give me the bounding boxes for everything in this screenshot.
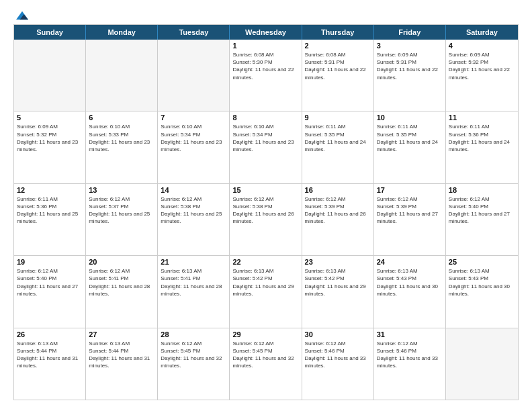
calendar-row: 26Sunrise: 6:13 AMSunset: 5:44 PMDayligh… — [14, 328, 518, 400]
day-number: 14 — [161, 186, 226, 194]
cell-info: Sunrise: 6:12 AMSunset: 5:40 PMDaylight:… — [449, 195, 515, 226]
day-number: 15 — [232, 186, 298, 194]
calendar-cell: 19Sunrise: 6:12 AMSunset: 5:40 PMDayligh… — [14, 256, 86, 327]
day-number: 1 — [232, 42, 298, 50]
calendar-cell: 14Sunrise: 6:12 AMSunset: 5:38 PMDayligh… — [158, 184, 230, 255]
calendar-cell: 26Sunrise: 6:13 AMSunset: 5:44 PMDayligh… — [14, 328, 86, 400]
cell-info: Sunrise: 6:12 AMSunset: 5:39 PMDaylight:… — [305, 195, 371, 226]
day-number: 20 — [89, 258, 154, 266]
cell-info: Sunrise: 6:13 AMSunset: 5:41 PMDaylight:… — [161, 267, 226, 298]
day-number: 27 — [89, 330, 154, 338]
calendar-row: 12Sunrise: 6:11 AMSunset: 5:36 PMDayligh… — [14, 184, 518, 256]
calendar-cell: 20Sunrise: 6:12 AMSunset: 5:41 PMDayligh… — [86, 256, 158, 327]
day-number: 18 — [449, 186, 515, 194]
calendar-cell: 25Sunrise: 6:13 AMSunset: 5:43 PMDayligh… — [446, 256, 518, 327]
day-number: 10 — [377, 113, 443, 122]
calendar-cell: 7Sunrise: 6:10 AMSunset: 5:34 PMDaylight… — [158, 111, 230, 183]
cell-info: Sunrise: 6:10 AMSunset: 5:34 PMDaylight:… — [161, 123, 226, 153]
day-number: 31 — [377, 330, 443, 338]
calendar-cell: 31Sunrise: 6:12 AMSunset: 5:46 PMDayligh… — [374, 328, 446, 400]
day-number: 9 — [305, 113, 371, 122]
weekday-header: Monday — [86, 25, 158, 40]
cell-info: Sunrise: 6:13 AMSunset: 5:42 PMDaylight:… — [305, 267, 371, 298]
cell-info: Sunrise: 6:12 AMSunset: 5:41 PMDaylight:… — [89, 267, 154, 298]
calendar-cell — [158, 40, 230, 111]
cell-info: Sunrise: 6:13 AMSunset: 5:44 PMDaylight:… — [89, 340, 154, 370]
calendar-cell: 16Sunrise: 6:12 AMSunset: 5:39 PMDayligh… — [302, 184, 374, 255]
weekday-header: Tuesday — [158, 25, 230, 40]
calendar-cell — [14, 40, 86, 111]
day-number: 3 — [377, 42, 443, 50]
calendar-header: SundayMondayTuesdayWednesdayThursdayFrid… — [14, 25, 518, 40]
day-number: 16 — [305, 186, 371, 194]
cell-info: Sunrise: 6:12 AMSunset: 5:38 PMDaylight:… — [232, 195, 298, 226]
header — [13, 11, 519, 17]
cell-info: Sunrise: 6:12 AMSunset: 5:46 PMDaylight:… — [377, 340, 443, 370]
calendar-cell — [86, 40, 158, 111]
calendar-cell: 30Sunrise: 6:12 AMSunset: 5:46 PMDayligh… — [302, 328, 374, 400]
calendar-cell: 27Sunrise: 6:13 AMSunset: 5:44 PMDayligh… — [86, 328, 158, 400]
cell-info: Sunrise: 6:12 AMSunset: 5:45 PMDaylight:… — [232, 340, 298, 370]
calendar-row: 19Sunrise: 6:12 AMSunset: 5:40 PMDayligh… — [14, 256, 518, 328]
day-number: 17 — [377, 186, 443, 194]
calendar-cell: 4Sunrise: 6:09 AMSunset: 5:32 PMDaylight… — [446, 40, 518, 111]
calendar-cell: 15Sunrise: 6:12 AMSunset: 5:38 PMDayligh… — [230, 184, 302, 255]
calendar: SundayMondayTuesdayWednesdayThursdayFrid… — [13, 24, 519, 400]
day-number: 6 — [89, 113, 154, 122]
calendar-cell: 3Sunrise: 6:09 AMSunset: 5:31 PMDaylight… — [374, 40, 446, 111]
calendar-cell: 17Sunrise: 6:12 AMSunset: 5:39 PMDayligh… — [374, 184, 446, 255]
weekday-header: Friday — [374, 25, 446, 40]
cell-info: Sunrise: 6:13 AMSunset: 5:44 PMDaylight:… — [17, 340, 83, 370]
cell-info: Sunrise: 6:11 AMSunset: 5:35 PMDaylight:… — [305, 123, 371, 153]
cell-info: Sunrise: 6:12 AMSunset: 5:46 PMDaylight:… — [305, 340, 371, 370]
calendar-cell: 29Sunrise: 6:12 AMSunset: 5:45 PMDayligh… — [230, 328, 302, 400]
calendar-cell: 18Sunrise: 6:12 AMSunset: 5:40 PMDayligh… — [446, 184, 518, 255]
cell-info: Sunrise: 6:13 AMSunset: 5:43 PMDaylight:… — [377, 267, 443, 298]
weekday-header: Thursday — [302, 25, 374, 40]
calendar-cell: 9Sunrise: 6:11 AMSunset: 5:35 PMDaylight… — [302, 111, 374, 183]
day-number: 4 — [449, 42, 515, 50]
cell-info: Sunrise: 6:09 AMSunset: 5:32 PMDaylight:… — [449, 51, 515, 81]
cell-info: Sunrise: 6:12 AMSunset: 5:40 PMDaylight:… — [17, 267, 83, 298]
calendar-cell: 12Sunrise: 6:11 AMSunset: 5:36 PMDayligh… — [14, 184, 86, 255]
calendar-cell: 1Sunrise: 6:08 AMSunset: 5:30 PMDaylight… — [230, 40, 302, 111]
day-number: 2 — [305, 42, 371, 50]
calendar-cell: 11Sunrise: 6:11 AMSunset: 5:36 PMDayligh… — [446, 111, 518, 183]
logo-icon — [16, 11, 28, 20]
calendar-cell: 22Sunrise: 6:13 AMSunset: 5:42 PMDayligh… — [230, 256, 302, 327]
cell-info: Sunrise: 6:08 AMSunset: 5:30 PMDaylight:… — [232, 51, 298, 81]
day-number: 13 — [89, 186, 154, 194]
calendar-cell: 21Sunrise: 6:13 AMSunset: 5:41 PMDayligh… — [158, 256, 230, 327]
calendar-cell: 23Sunrise: 6:13 AMSunset: 5:42 PMDayligh… — [302, 256, 374, 327]
weekday-header: Saturday — [446, 25, 518, 40]
day-number: 26 — [17, 330, 83, 338]
calendar-body: 1Sunrise: 6:08 AMSunset: 5:30 PMDaylight… — [14, 40, 518, 400]
day-number: 8 — [232, 113, 298, 122]
day-number: 22 — [232, 258, 298, 266]
cell-info: Sunrise: 6:13 AMSunset: 5:43 PMDaylight:… — [449, 267, 515, 298]
cell-info: Sunrise: 6:09 AMSunset: 5:31 PMDaylight:… — [377, 51, 443, 81]
day-number: 30 — [305, 330, 371, 338]
day-number: 25 — [449, 258, 515, 266]
cell-info: Sunrise: 6:09 AMSunset: 5:32 PMDaylight:… — [17, 123, 83, 153]
cell-info: Sunrise: 6:13 AMSunset: 5:42 PMDaylight:… — [232, 267, 298, 298]
cell-info: Sunrise: 6:12 AMSunset: 5:38 PMDaylight:… — [161, 195, 226, 226]
calendar-row: 1Sunrise: 6:08 AMSunset: 5:30 PMDaylight… — [14, 40, 518, 111]
calendar-cell: 10Sunrise: 6:11 AMSunset: 5:35 PMDayligh… — [374, 111, 446, 183]
cell-info: Sunrise: 6:08 AMSunset: 5:31 PMDaylight:… — [305, 51, 371, 81]
calendar-cell: 24Sunrise: 6:13 AMSunset: 5:43 PMDayligh… — [374, 256, 446, 327]
day-number: 19 — [17, 258, 83, 266]
day-number: 7 — [161, 113, 226, 122]
cell-info: Sunrise: 6:10 AMSunset: 5:34 PMDaylight:… — [232, 123, 298, 153]
weekday-header: Sunday — [14, 25, 86, 40]
day-number: 24 — [377, 258, 443, 266]
calendar-cell: 13Sunrise: 6:12 AMSunset: 5:37 PMDayligh… — [86, 184, 158, 255]
cell-info: Sunrise: 6:11 AMSunset: 5:36 PMDaylight:… — [449, 123, 515, 153]
calendar-row: 5Sunrise: 6:09 AMSunset: 5:32 PMDaylight… — [14, 111, 518, 183]
calendar-cell: 2Sunrise: 6:08 AMSunset: 5:31 PMDaylight… — [302, 40, 374, 111]
cell-info: Sunrise: 6:12 AMSunset: 5:45 PMDaylight:… — [161, 340, 226, 370]
day-number: 28 — [161, 330, 226, 338]
calendar-cell: 5Sunrise: 6:09 AMSunset: 5:32 PMDaylight… — [14, 111, 86, 183]
calendar-cell: 28Sunrise: 6:12 AMSunset: 5:45 PMDayligh… — [158, 328, 230, 400]
day-number: 23 — [305, 258, 371, 266]
